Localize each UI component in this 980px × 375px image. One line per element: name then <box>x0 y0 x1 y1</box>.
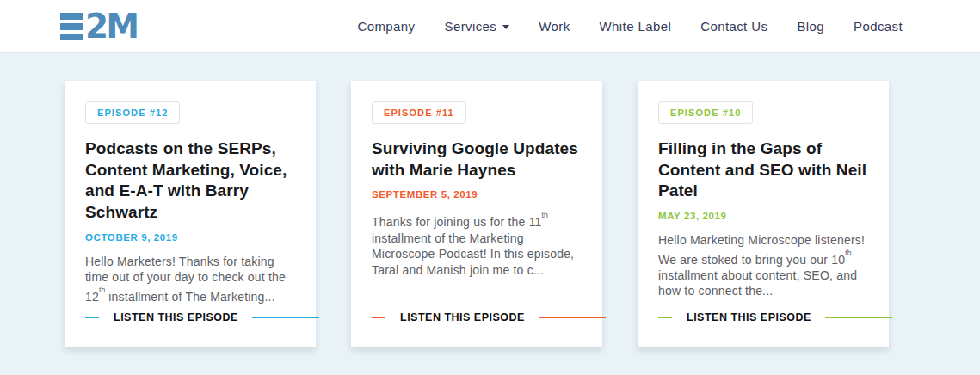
cta-line-icon <box>825 317 892 318</box>
main-nav: Company Services Work White Label Contac… <box>358 19 903 34</box>
nav-item-services[interactable]: Services <box>445 19 510 34</box>
e2m-logo[interactable]: 2M <box>60 9 137 45</box>
episode-card-list: EPISODE #12 Podcasts on the SERPs, Conte… <box>0 53 980 347</box>
episode-card-11: EPISODE #11 Surviving Google Updates wit… <box>351 81 602 347</box>
cta-line-icon <box>252 317 319 318</box>
episode-badge: EPISODE #11 <box>372 101 466 124</box>
nav-item-work[interactable]: Work <box>539 19 570 34</box>
nav-label: Podcast <box>854 19 903 34</box>
cta-label: LISTEN THIS EPISODE <box>687 311 811 323</box>
nav-label: Contact Us <box>700 19 767 34</box>
cta-dash-icon <box>658 317 672 318</box>
site-header: 2M Company Services Work White Label Con… <box>0 0 980 53</box>
cta-label: LISTEN THIS EPISODE <box>400 311 525 323</box>
listen-episode-link[interactable]: LISTEN THIS EPISODE <box>658 311 868 323</box>
episode-date: OCTOBER 9, 2019 <box>85 232 178 243</box>
nav-label: Services <box>445 19 497 34</box>
episode-excerpt: Hello Marketing Microscope listeners! We… <box>658 232 868 299</box>
episode-date: SEPTEMBER 5, 2019 <box>372 189 478 200</box>
nav-label: White Label <box>600 19 672 34</box>
episode-card-12: EPISODE #12 Podcasts on the SERPs, Conte… <box>65 81 316 347</box>
episode-date: MAY 23, 2019 <box>658 211 726 221</box>
cta-dash-icon <box>372 317 385 318</box>
episode-excerpt: Hello Marketers! Thanks for taking time … <box>85 254 295 304</box>
episode-excerpt: Thanks for joining us for the 11th insta… <box>372 211 582 278</box>
episode-title[interactable]: Podcasts on the SERPs, Content Marketing… <box>85 138 295 224</box>
nav-label: Company <box>358 19 416 34</box>
listen-episode-link[interactable]: LISTEN THIS EPISODE <box>372 311 582 323</box>
cta-label: LISTEN THIS EPISODE <box>114 311 238 323</box>
episode-badge: EPISODE #12 <box>85 101 180 124</box>
cta-line-icon <box>539 317 606 318</box>
logo-e-bars-icon <box>60 13 83 40</box>
listen-episode-link[interactable]: LISTEN THIS EPISODE <box>85 311 295 323</box>
episode-title[interactable]: Filling in the Gaps of Content and SEO w… <box>658 138 868 202</box>
episode-card-10: EPISODE #10 Filling in the Gaps of Conte… <box>638 81 889 347</box>
chevron-down-icon <box>502 25 509 29</box>
nav-item-contact-us[interactable]: Contact Us <box>700 19 767 34</box>
nav-item-blog[interactable]: Blog <box>797 19 824 34</box>
episode-badge: EPISODE #10 <box>658 101 753 124</box>
episode-title[interactable]: Surviving Google Updates with Marie Hayn… <box>372 138 582 181</box>
cta-dash-icon <box>85 317 99 318</box>
nav-item-company[interactable]: Company <box>358 19 416 34</box>
nav-item-white-label[interactable]: White Label <box>600 19 672 34</box>
nav-item-podcast[interactable]: Podcast <box>854 19 903 34</box>
logo-text: 2M <box>85 9 137 44</box>
nav-label: Work <box>539 19 570 34</box>
nav-label: Blog <box>797 19 824 34</box>
